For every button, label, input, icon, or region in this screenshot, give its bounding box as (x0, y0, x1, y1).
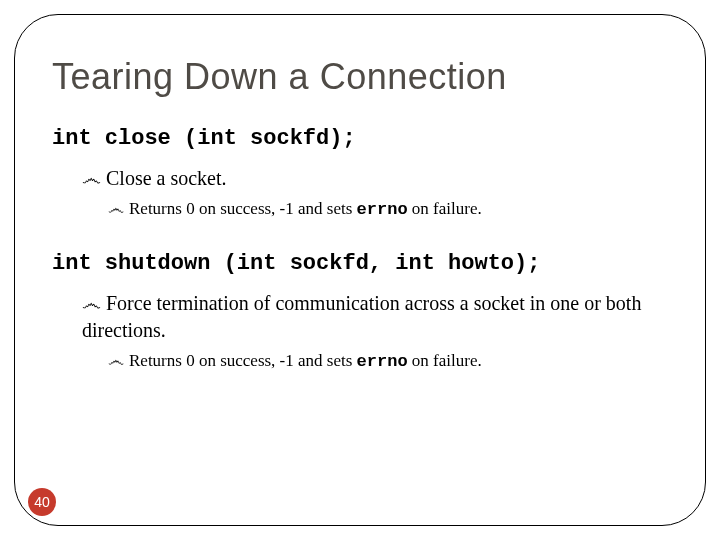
code-shutdown-signature: int shutdown (int sockfd, int howto); (52, 251, 672, 276)
subbullet-code: errno (357, 352, 408, 371)
subbullet-code: errno (357, 200, 408, 219)
spacer (52, 227, 672, 251)
bullet-icon: ෴ (82, 292, 106, 314)
subbullet-pre: Returns 0 on success, -1 and sets (129, 199, 357, 218)
subbullet-pre: Returns 0 on success, -1 and sets (129, 351, 357, 370)
subbullet-post: on failure. (408, 351, 482, 370)
bullet-shutdown-desc: ෴Force termination of communication acro… (82, 290, 672, 344)
subbullet-shutdown-return: ෴Returns 0 on success, -1 and sets errno… (108, 350, 672, 373)
bullet-icon: ෴ (82, 167, 106, 189)
slide-content: Tearing Down a Connection int close (int… (52, 56, 672, 379)
bullet-text: Close a socket. (106, 167, 227, 189)
bullet-close-desc: ෴Close a socket. (82, 165, 672, 192)
slide: Tearing Down a Connection int close (int… (0, 0, 720, 540)
page-number-badge: 40 (28, 488, 56, 516)
bullet-text: Force termination of communication acros… (82, 292, 641, 341)
subbullet-close-return: ෴Returns 0 on success, -1 and sets errno… (108, 198, 672, 221)
slide-title: Tearing Down a Connection (52, 56, 672, 98)
code-close-signature: int close (int sockfd); (52, 126, 672, 151)
bullet-icon: ෴ (108, 351, 129, 370)
subbullet-post: on failure. (408, 199, 482, 218)
bullet-icon: ෴ (108, 199, 129, 218)
